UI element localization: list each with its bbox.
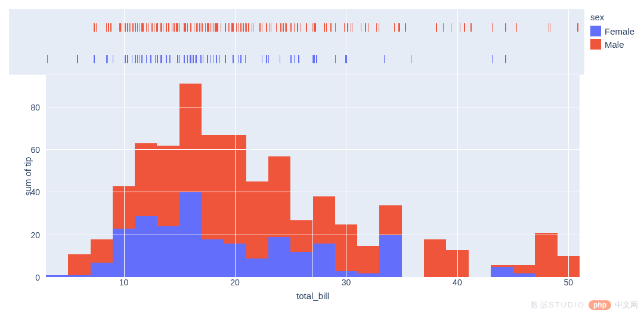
rug-tick-male[interactable]	[352, 23, 353, 32]
bar-male[interactable]	[313, 196, 335, 244]
rug-tick-male[interactable]	[230, 23, 231, 32]
rug-tick-male[interactable]	[94, 23, 95, 32]
rug-tick-male[interactable]	[217, 23, 218, 32]
rug-tick-male[interactable]	[290, 23, 292, 32]
rug-tick-female[interactable]	[184, 55, 185, 63]
rug-tick-female[interactable]	[346, 55, 347, 63]
rug-tick-male[interactable]	[312, 23, 313, 32]
rug-tick-female[interactable]	[177, 55, 178, 63]
rug-tick-male[interactable]	[194, 23, 195, 32]
rug-tick-male[interactable]	[460, 23, 461, 32]
rug-tick-male[interactable]	[297, 23, 298, 32]
rug-tick-male[interactable]	[365, 23, 366, 32]
rug-tick-male[interactable]	[344, 23, 345, 32]
rug-tick-female[interactable]	[127, 55, 128, 63]
rug-tick-male[interactable]	[135, 23, 136, 32]
rug-tick-male[interactable]	[361, 23, 362, 32]
rug-tick-male[interactable]	[550, 23, 551, 32]
rug-tick-female[interactable]	[140, 55, 141, 63]
rug-tick-female[interactable]	[162, 55, 163, 63]
rug-tick-male[interactable]	[146, 23, 147, 32]
rug-tick-male[interactable]	[470, 23, 472, 32]
rug-tick-female[interactable]	[239, 55, 240, 63]
rug-tick-male[interactable]	[276, 23, 277, 32]
rug-tick-female[interactable]	[298, 55, 299, 63]
rug-tick-female[interactable]	[166, 55, 167, 63]
rug-tick-female[interactable]	[47, 55, 48, 63]
rug-tick-male[interactable]	[394, 23, 395, 32]
rug-tick-female[interactable]	[107, 55, 109, 63]
rug-tick-male[interactable]	[108, 23, 109, 32]
rug-tick-female[interactable]	[113, 55, 114, 63]
rug-tick-male[interactable]	[225, 23, 226, 32]
rug-tick-female[interactable]	[132, 55, 133, 63]
plot-area[interactable]	[46, 75, 580, 278]
bar-female[interactable]	[290, 252, 312, 278]
rug-tick-female[interactable]	[505, 55, 506, 63]
rug-tick-male[interactable]	[376, 23, 377, 32]
rug-tick-male[interactable]	[208, 23, 209, 32]
rug-tick-female[interactable]	[137, 55, 138, 63]
rug-tick-male[interactable]	[400, 23, 401, 32]
rug-tick-male[interactable]	[233, 23, 234, 32]
rug-tick-female[interactable]	[150, 55, 151, 63]
bar-male[interactable]	[246, 181, 268, 258]
rug-tick-female[interactable]	[290, 55, 292, 63]
rug-tick-male[interactable]	[190, 23, 191, 32]
rug-tick-male[interactable]	[405, 23, 406, 32]
rug-tick-female[interactable]	[210, 55, 212, 63]
rug-tick-female[interactable]	[125, 55, 126, 63]
rug-tick-male[interactable]	[148, 23, 150, 32]
rug-tick-female[interactable]	[316, 55, 317, 63]
rug-tick-male[interactable]	[464, 23, 465, 32]
rug-tick-female[interactable]	[384, 55, 385, 63]
rug-tick-male[interactable]	[283, 23, 284, 32]
rug-tick-female[interactable]	[179, 55, 181, 63]
rug-tick-male[interactable]	[163, 23, 164, 32]
rug-tick-male[interactable]	[174, 23, 175, 32]
rug-tick-female[interactable]	[193, 55, 194, 63]
rug-tick-male[interactable]	[140, 23, 141, 32]
rug-tick-male[interactable]	[132, 23, 134, 32]
rug-tick-female[interactable]	[94, 55, 95, 63]
bar-male[interactable]	[290, 220, 312, 253]
bar-male[interactable]	[424, 239, 446, 278]
bar-female[interactable]	[268, 237, 290, 278]
rug-tick-female[interactable]	[314, 55, 315, 63]
rug-tick-female[interactable]	[225, 55, 226, 63]
rug-tick-male[interactable]	[172, 23, 173, 32]
rug-tick-male[interactable]	[202, 23, 203, 32]
bar-male[interactable]	[68, 254, 90, 276]
rug-tick-male[interactable]	[246, 23, 247, 32]
rug-tick-female[interactable]	[187, 55, 188, 63]
rug-tick-female[interactable]	[280, 55, 281, 63]
rug-tick-female[interactable]	[77, 55, 78, 63]
rug-tick-male[interactable]	[505, 23, 506, 32]
rug-tick-male[interactable]	[187, 23, 188, 32]
rug-tick-female[interactable]	[171, 55, 172, 63]
rug-tick-male[interactable]	[240, 23, 242, 32]
rug-tick-female[interactable]	[155, 55, 156, 63]
legend-item-female[interactable]: Female	[590, 26, 638, 36]
rug-tick-female[interactable]	[219, 55, 221, 63]
rug-tick-female[interactable]	[335, 55, 336, 63]
rug-tick-male[interactable]	[197, 23, 199, 32]
rug-tick-male[interactable]	[96, 23, 97, 32]
bar-female[interactable]	[202, 239, 224, 278]
rug-tick-male[interactable]	[239, 23, 240, 32]
rug-tick-female[interactable]	[233, 55, 234, 63]
rug-tick-female[interactable]	[294, 55, 295, 63]
rug-tick-male[interactable]	[157, 23, 158, 32]
rug-tick-female[interactable]	[245, 55, 246, 63]
bar-male[interactable]	[135, 143, 157, 216]
rug-tick-female[interactable]	[216, 55, 217, 63]
rug-tick-male[interactable]	[294, 23, 295, 32]
bar-male[interactable]	[157, 146, 179, 227]
rug-tick-female[interactable]	[240, 55, 242, 63]
bar-female[interactable]	[135, 216, 157, 278]
rug-tick-male[interactable]	[106, 23, 107, 32]
bar-female[interactable]	[491, 267, 513, 278]
rug-tick-male[interactable]	[347, 23, 348, 32]
rug-tick-male[interactable]	[330, 23, 332, 32]
rug-tick-male[interactable]	[166, 23, 167, 32]
